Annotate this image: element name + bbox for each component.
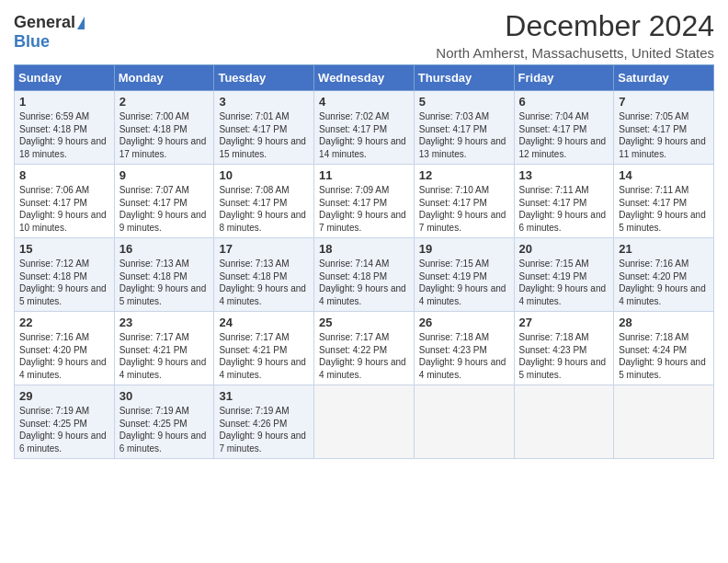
day-number: 21 <box>619 242 709 256</box>
day-info: Sunrise: 7:11 AMSunset: 4:17 PMDaylight:… <box>519 184 609 234</box>
calendar-week-2: 8Sunrise: 7:06 AMSunset: 4:17 PMDaylight… <box>15 165 714 238</box>
calendar-week-1: 1Sunrise: 6:59 AMSunset: 4:18 PMDaylight… <box>15 91 714 165</box>
logo: General Blue <box>14 13 85 52</box>
calendar-cell: 25Sunrise: 7:17 AMSunset: 4:22 PMDayligh… <box>314 312 415 385</box>
day-info: Sunrise: 7:16 AMSunset: 4:20 PMDaylight:… <box>19 331 109 381</box>
calendar-cell: 22Sunrise: 7:16 AMSunset: 4:20 PMDayligh… <box>15 312 115 385</box>
day-number: 23 <box>119 316 210 329</box>
calendar-cell: 15Sunrise: 7:12 AMSunset: 4:18 PMDayligh… <box>15 238 115 312</box>
header-row: SundayMondayTuesdayWednesdayThursdayFrid… <box>15 65 714 91</box>
day-number: 27 <box>519 316 609 329</box>
calendar-cell: 12Sunrise: 7:10 AMSunset: 4:17 PMDayligh… <box>414 165 514 238</box>
day-number: 17 <box>219 242 309 256</box>
day-info: Sunrise: 7:01 AMSunset: 4:17 PMDaylight:… <box>219 110 309 160</box>
day-info: Sunrise: 7:05 AMSunset: 4:17 PMDaylight:… <box>619 110 709 160</box>
calendar-cell: 10Sunrise: 7:08 AMSunset: 4:17 PMDayligh… <box>214 165 314 238</box>
day-info: Sunrise: 7:18 AMSunset: 4:23 PMDaylight:… <box>419 331 509 381</box>
title-area: December 2024 North Amherst, Massachuset… <box>436 9 714 61</box>
day-number: 18 <box>319 242 409 256</box>
calendar-cell: 23Sunrise: 7:17 AMSunset: 4:21 PMDayligh… <box>114 312 214 385</box>
day-info: Sunrise: 7:17 AMSunset: 4:21 PMDaylight:… <box>219 331 309 381</box>
calendar-cell: 17Sunrise: 7:13 AMSunset: 4:18 PMDayligh… <box>214 238 314 312</box>
day-number: 7 <box>619 95 709 109</box>
day-number: 3 <box>219 95 309 109</box>
calendar-cell: 9Sunrise: 7:07 AMSunset: 4:17 PMDaylight… <box>114 165 214 238</box>
day-number: 8 <box>19 168 109 182</box>
day-number: 29 <box>19 389 109 403</box>
day-number: 20 <box>519 242 609 256</box>
logo-general-text: General <box>14 13 75 32</box>
calendar-cell: 31Sunrise: 7:19 AMSunset: 4:26 PMDayligh… <box>214 385 314 459</box>
day-info: Sunrise: 7:14 AMSunset: 4:18 PMDaylight:… <box>319 258 409 307</box>
day-number: 6 <box>519 95 609 109</box>
subtitle: North Amherst, Massachusetts, United Sta… <box>436 45 714 61</box>
day-header-thursday: Thursday <box>414 65 514 91</box>
day-info: Sunrise: 7:17 AMSunset: 4:21 PMDaylight:… <box>119 331 210 381</box>
day-info: Sunrise: 7:08 AMSunset: 4:17 PMDaylight:… <box>219 184 309 234</box>
calendar-cell: 19Sunrise: 7:15 AMSunset: 4:19 PMDayligh… <box>414 238 514 312</box>
day-number: 31 <box>219 389 309 403</box>
day-number: 1 <box>19 95 109 109</box>
calendar-week-5: 29Sunrise: 7:19 AMSunset: 4:25 PMDayligh… <box>15 385 714 459</box>
day-header-saturday: Saturday <box>614 65 714 91</box>
day-number: 28 <box>619 316 709 329</box>
day-info: Sunrise: 6:59 AMSunset: 4:18 PMDaylight:… <box>19 110 109 160</box>
day-info: Sunrise: 7:03 AMSunset: 4:17 PMDaylight:… <box>419 110 509 160</box>
day-number: 24 <box>219 316 309 329</box>
day-number: 12 <box>419 168 509 182</box>
calendar-cell: 26Sunrise: 7:18 AMSunset: 4:23 PMDayligh… <box>414 312 514 385</box>
day-number: 5 <box>419 95 509 109</box>
logo-blue-text: Blue <box>14 32 50 52</box>
day-header-monday: Monday <box>114 65 214 91</box>
calendar-cell: 27Sunrise: 7:18 AMSunset: 4:23 PMDayligh… <box>514 312 614 385</box>
day-number: 15 <box>19 242 109 256</box>
day-number: 4 <box>319 95 409 109</box>
day-info: Sunrise: 7:02 AMSunset: 4:17 PMDaylight:… <box>319 110 409 160</box>
day-number: 14 <box>619 168 709 182</box>
calendar-cell: 21Sunrise: 7:16 AMSunset: 4:20 PMDayligh… <box>614 238 714 312</box>
day-number: 13 <box>519 168 609 182</box>
day-info: Sunrise: 7:07 AMSunset: 4:17 PMDaylight:… <box>119 184 210 234</box>
calendar-week-3: 15Sunrise: 7:12 AMSunset: 4:18 PMDayligh… <box>15 238 714 312</box>
day-info: Sunrise: 7:15 AMSunset: 4:19 PMDaylight:… <box>519 258 609 307</box>
day-number: 22 <box>19 316 109 329</box>
day-info: Sunrise: 7:19 AMSunset: 4:25 PMDaylight:… <box>19 405 109 454</box>
day-info: Sunrise: 7:06 AMSunset: 4:17 PMDaylight:… <box>19 184 109 234</box>
calendar-cell <box>614 385 714 459</box>
day-header-tuesday: Tuesday <box>214 65 314 91</box>
day-number: 11 <box>319 168 409 182</box>
calendar-week-4: 22Sunrise: 7:16 AMSunset: 4:20 PMDayligh… <box>15 312 714 385</box>
day-info: Sunrise: 7:13 AMSunset: 4:18 PMDaylight:… <box>119 258 210 307</box>
day-info: Sunrise: 7:10 AMSunset: 4:17 PMDaylight:… <box>419 184 509 234</box>
day-header-wednesday: Wednesday <box>314 65 415 91</box>
header: General Blue December 2024 North Amherst… <box>14 9 714 61</box>
calendar-cell: 28Sunrise: 7:18 AMSunset: 4:24 PMDayligh… <box>614 312 714 385</box>
day-info: Sunrise: 7:15 AMSunset: 4:19 PMDaylight:… <box>419 258 509 307</box>
calendar-cell: 20Sunrise: 7:15 AMSunset: 4:19 PMDayligh… <box>514 238 614 312</box>
day-number: 25 <box>319 316 409 329</box>
day-number: 30 <box>119 389 210 403</box>
main-title: December 2024 <box>436 9 714 43</box>
day-header-sunday: Sunday <box>15 65 115 91</box>
calendar-table: SundayMondayTuesdayWednesdayThursdayFrid… <box>14 64 714 459</box>
day-info: Sunrise: 7:04 AMSunset: 4:17 PMDaylight:… <box>519 110 609 160</box>
calendar-cell: 2Sunrise: 7:00 AMSunset: 4:18 PMDaylight… <box>114 91 214 165</box>
calendar-cell: 7Sunrise: 7:05 AMSunset: 4:17 PMDaylight… <box>614 91 714 165</box>
day-header-friday: Friday <box>514 65 614 91</box>
calendar-cell <box>514 385 614 459</box>
calendar-cell: 18Sunrise: 7:14 AMSunset: 4:18 PMDayligh… <box>314 238 415 312</box>
calendar-cell: 5Sunrise: 7:03 AMSunset: 4:17 PMDaylight… <box>414 91 514 165</box>
calendar-cell <box>414 385 514 459</box>
day-info: Sunrise: 7:12 AMSunset: 4:18 PMDaylight:… <box>19 258 109 307</box>
day-info: Sunrise: 7:11 AMSunset: 4:17 PMDaylight:… <box>619 184 709 234</box>
calendar-cell: 16Sunrise: 7:13 AMSunset: 4:18 PMDayligh… <box>114 238 214 312</box>
calendar-cell: 8Sunrise: 7:06 AMSunset: 4:17 PMDaylight… <box>15 165 115 238</box>
calendar-cell: 30Sunrise: 7:19 AMSunset: 4:25 PMDayligh… <box>114 385 214 459</box>
day-number: 9 <box>119 168 210 182</box>
calendar-cell: 6Sunrise: 7:04 AMSunset: 4:17 PMDaylight… <box>514 91 614 165</box>
day-info: Sunrise: 7:18 AMSunset: 4:23 PMDaylight:… <box>519 331 609 381</box>
calendar-cell: 1Sunrise: 6:59 AMSunset: 4:18 PMDaylight… <box>15 91 115 165</box>
calendar-cell: 3Sunrise: 7:01 AMSunset: 4:17 PMDaylight… <box>214 91 314 165</box>
day-info: Sunrise: 7:13 AMSunset: 4:18 PMDaylight:… <box>219 258 309 307</box>
calendar-cell: 14Sunrise: 7:11 AMSunset: 4:17 PMDayligh… <box>614 165 714 238</box>
